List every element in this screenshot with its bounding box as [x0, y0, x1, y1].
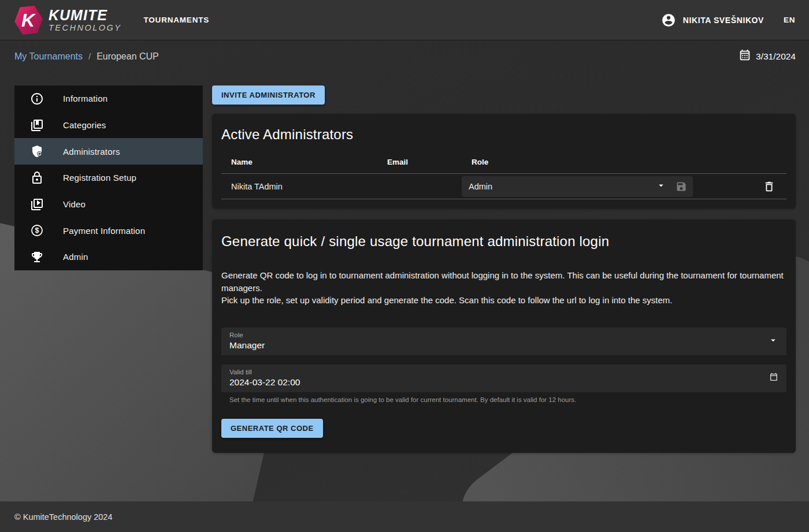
valid-till-value: 2024-03-22 02:00 — [229, 377, 778, 388]
qr-description-line1: Generate QR code to log in to tournament… — [221, 269, 786, 294]
invite-administrator-button[interactable]: INVITE ADMINISTRATOR — [212, 85, 325, 105]
chevron-down-icon — [656, 180, 666, 192]
active-administrators-title: Active Administrators — [221, 127, 786, 143]
payment-dollar-icon: $ — [30, 224, 44, 237]
date-text: 3/31/2024 — [756, 51, 796, 62]
logo-brand-text: KUMITE — [49, 8, 122, 23]
sidebar-item-registration-setup[interactable]: Registration Setup — [14, 165, 203, 191]
kumite-hexagon-logo-icon: K — [13, 4, 44, 36]
sidebar-item-information[interactable]: Information — [14, 85, 203, 112]
copyright-text: © KumiteTechnology 2024 — [14, 512, 112, 522]
sidebar-item-label: Registration Setup — [63, 173, 136, 183]
lock-icon — [30, 171, 44, 185]
sidebar-item-label: Video — [63, 199, 86, 209]
admin-name-cell: Nikita TAdmin — [221, 182, 377, 191]
nav-tournaments[interactable]: TOURNAMENTS — [144, 16, 210, 24]
sidebar-item-label: Categories — [63, 120, 106, 130]
delete-administrator-button[interactable] — [762, 179, 777, 194]
save-role-button[interactable] — [674, 180, 688, 194]
qr-description-line2: Pick up the role, set up validity period… — [221, 294, 786, 307]
sidebar-item-label: Admin — [63, 252, 88, 262]
role-select[interactable]: Admin — [462, 176, 693, 197]
user-name: NIKITA SVEŠNIKOV — [683, 16, 764, 25]
logo-letter: K — [21, 11, 35, 29]
column-header-name: Name — [221, 158, 377, 166]
active-administrators-card: Active Administrators Name Email Role Ni… — [212, 114, 796, 209]
qr-role-label: Role — [229, 332, 778, 338]
table-row: Nikita TAdmin Admin — [221, 174, 786, 199]
header-right-group: NIKITA SVEŠNIKOV EN — [661, 13, 795, 28]
qr-role-select[interactable]: Role Manager — [221, 328, 786, 355]
brand-logo[interactable]: K KUMITE TECHNOLOGY — [14, 6, 122, 35]
sidebar-item-label: Administrators — [63, 147, 120, 157]
admin-shield-icon — [30, 144, 44, 158]
admin-role-cell: Admin — [462, 176, 752, 197]
valid-till-input[interactable]: Valid till 2024-03-22 02:00 — [221, 364, 786, 392]
app-root: K KUMITE TECHNOLOGY TOURNAMENTS NIKITA S… — [0, 0, 809, 532]
sidebar-item-categories[interactable]: Categories — [14, 112, 203, 139]
logo-wordmark: KUMITE TECHNOLOGY — [49, 8, 122, 32]
administrators-table: Name Email Role Nikita TAdmin Admin — [221, 158, 786, 199]
qr-card-title: Generate quick / single usage tournament… — [221, 233, 786, 250]
info-icon — [30, 92, 44, 106]
account-circle-icon — [661, 13, 676, 28]
sidebar-item-admin[interactable]: Admin — [14, 244, 203, 270]
video-library-icon — [30, 198, 44, 211]
role-select-value: Admin — [469, 182, 656, 191]
tournament-date: 3/31/2024 — [739, 49, 796, 64]
column-header-role: Role — [462, 158, 752, 166]
breadcrumb-link-my-tournaments[interactable]: My Tournaments — [14, 51, 83, 62]
qr-login-card: Generate quick / single usage tournament… — [212, 220, 796, 453]
admin-actions-cell — [752, 179, 786, 194]
main-panel: INVITE ADMINISTRATOR Active Administrato… — [212, 85, 796, 453]
table-header-row: Name Email Role — [221, 158, 786, 174]
categories-icon — [30, 118, 44, 132]
trophy-icon — [30, 250, 44, 264]
sidebar-item-label: Information — [63, 94, 107, 103]
datetime-calendar-icon[interactable] — [769, 373, 778, 384]
page-content: Information Categories Administrators Re… — [0, 72, 809, 453]
generate-qr-code-button[interactable]: GENERATE QR CODE — [221, 419, 323, 438]
sidebar-item-label: Payment Information — [63, 226, 145, 236]
user-menu[interactable]: NIKITA SVEŠNIKOV — [661, 13, 764, 28]
valid-till-helper-text: Set the time until when this authenticat… — [229, 396, 786, 403]
column-header-email: Email — [377, 158, 462, 166]
sidebar-item-payment-information[interactable]: $ Payment Information — [14, 217, 203, 244]
chevron-down-icon — [768, 335, 778, 348]
svg-text:$: $ — [35, 227, 39, 235]
sidebar-item-administrators[interactable]: Administrators — [14, 138, 203, 165]
page-footer: © KumiteTechnology 2024 — [0, 501, 809, 532]
tournament-sidebar: Information Categories Administrators Re… — [14, 85, 203, 270]
breadcrumb-current-tournament: European CUP — [97, 51, 159, 62]
language-switcher[interactable]: EN — [784, 16, 795, 24]
qr-role-value: Manager — [229, 340, 778, 351]
logo-sub-text: TECHNOLOGY — [49, 24, 122, 32]
breadcrumb-separator: / — [88, 51, 91, 61]
breadcrumb-bar: My Tournaments / European CUP 3/31/2024 — [0, 40, 809, 72]
sidebar-item-video[interactable]: Video — [14, 191, 203, 218]
valid-till-label: Valid till — [229, 369, 778, 375]
top-app-bar: K KUMITE TECHNOLOGY TOURNAMENTS NIKITA S… — [0, 0, 809, 40]
calendar-icon — [739, 49, 751, 64]
